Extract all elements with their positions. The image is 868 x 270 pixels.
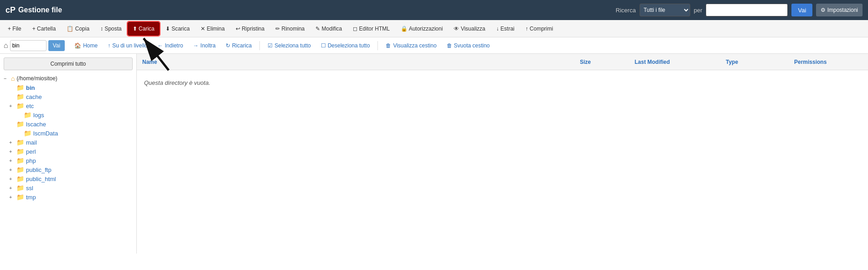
folder-icon-bin: 📁 (16, 84, 24, 91)
col-permissions[interactable]: Permissions (794, 59, 863, 65)
tree-root-toggle: − (4, 76, 9, 81)
tree-link-lscmdata[interactable]: lscmData (33, 130, 58, 137)
tree-link-bin[interactable]: bin (26, 84, 35, 91)
folder-icon-tmp: 📁 (16, 193, 24, 201)
select-all-button[interactable]: ☑ Seleziona tutto (264, 39, 315, 52)
toggle-public-html: + (9, 176, 15, 182)
empty-directory-message: Questa directory è vuota. (137, 70, 868, 95)
tree-link-public-html[interactable]: public_html (26, 176, 56, 182)
search-select[interactable]: Tutti i file Solo nome file Solo contenu… (640, 4, 690, 16)
view-trash-button[interactable]: 🗑 Visualizza cestino (382, 39, 440, 52)
forward-button[interactable]: → Inoltra (189, 39, 220, 52)
deselect-all-button[interactable]: ☐ Deseleziona tutto (317, 39, 374, 52)
delete-button[interactable]: ✕ Elimina (196, 22, 230, 36)
tree-item-etc[interactable]: + 📁 etc (0, 101, 136, 110)
copy-button[interactable]: 📋 Copia (62, 22, 94, 36)
folder-icon-php: 📁 (16, 157, 24, 164)
top-bar-right: Ricerca Tutti i file Solo nome file Solo… (616, 4, 863, 16)
tree-link-ssl[interactable]: ssl (26, 185, 33, 192)
cp-logo: cP (5, 5, 16, 15)
search-vai-button[interactable]: Vai (791, 4, 812, 16)
tree-item-bin[interactable]: 📁 bin (0, 83, 136, 92)
tree-root[interactable]: − ⌂ (/home/miositoe) (0, 74, 136, 83)
tree-link-lscache[interactable]: lscache (26, 121, 46, 128)
permissions-button[interactable]: 🔒 Autorizzazioni (396, 22, 448, 36)
edit-button[interactable]: ✎ Modifica (310, 22, 347, 36)
col-modified[interactable]: Last Modified (635, 59, 726, 65)
upload-button[interactable]: ⬆ Carica (128, 22, 160, 36)
download-button[interactable]: ⬇ Scarica (160, 22, 195, 36)
search-label: Ricerca (616, 7, 636, 14)
home-path-icon: ⌂ (4, 42, 8, 50)
new-folder-button[interactable]: + Cartella (27, 22, 61, 36)
tree-item-lscmdata[interactable]: 📁 lscmData (0, 129, 136, 138)
folder-icon-mail: 📁 (16, 139, 24, 146)
collapse-all-button[interactable]: Comprimi tutto (4, 57, 133, 70)
folder-icon-ssl: 📁 (16, 184, 24, 192)
new-file-button[interactable]: + File (3, 22, 26, 36)
nav-separator-1 (259, 41, 260, 50)
tree-item-perl[interactable]: + 📁 perl (0, 147, 136, 156)
toggle-etc: + (9, 103, 15, 109)
toggle-perl: + (9, 149, 15, 154)
compress-button[interactable]: ↑ Comprimi (520, 22, 558, 36)
toggle-php: + (9, 158, 15, 163)
rename-button[interactable]: ✏ Rinomina (270, 22, 310, 36)
tree-item-tmp[interactable]: + 📁 tmp (0, 192, 136, 202)
tree-item-lscache[interactable]: 📁 lscache (0, 119, 136, 129)
view-button[interactable]: 👁 Visualizza (449, 22, 490, 36)
tree-item-php[interactable]: + 📁 php (0, 156, 136, 165)
toolbar: + File + Cartella 📋 Copia ↕ Sposta ⬆ Car… (0, 20, 868, 37)
nav-bar: ⌂ Vai 🏠 Home ↑ Su di un livello ← Indiet… (0, 37, 868, 54)
search-input[interactable] (706, 4, 788, 16)
html-editor-button[interactable]: ◻ Editor HTML (348, 22, 395, 36)
col-type[interactable]: Type (726, 59, 794, 65)
file-tree-sidebar: Comprimi tutto − ⌂ (/home/miositoe) 📁 bi… (0, 54, 137, 254)
tree-item-mail[interactable]: + 📁 mail (0, 138, 136, 147)
toggle-mail: + (9, 140, 15, 145)
folder-icon-logs: 📁 (24, 111, 31, 119)
folder-icon-public-html: 📁 (16, 175, 24, 182)
path-input[interactable] (10, 40, 46, 51)
toggle-ssl: + (9, 185, 15, 191)
nav-path-container: ⌂ Vai (4, 40, 65, 51)
move-button[interactable]: ↕ Sposta (95, 22, 127, 36)
tree-link-logs[interactable]: logs (33, 112, 44, 119)
file-table-header: Name Size Last Modified Type Permissions (137, 54, 868, 70)
home-button[interactable]: 🏠 Home (70, 39, 102, 52)
tree-link-tmp[interactable]: tmp (26, 194, 36, 201)
nav-separator-2 (377, 41, 378, 50)
up-level-button[interactable]: ↑ Su di un livello (103, 39, 151, 52)
tree-link-public-ftp[interactable]: public_ftp (26, 166, 52, 173)
col-size[interactable]: Size (580, 59, 635, 65)
tree-item-logs[interactable]: 📁 logs (0, 110, 136, 119)
restore-button[interactable]: ↩ Ripristina (231, 22, 269, 36)
folder-icon-lscache: 📁 (16, 120, 24, 128)
tree-item-cache[interactable]: 📁 cache (0, 92, 136, 101)
settings-button[interactable]: ⚙ Impostazioni (816, 4, 863, 16)
per-label: per (694, 7, 703, 14)
path-vai-button[interactable]: Vai (48, 40, 65, 51)
reload-button[interactable]: ↻ Ricarica (222, 39, 256, 52)
tree-link-mail[interactable]: mail (26, 139, 37, 146)
extract-button[interactable]: ↓ Estrai (491, 22, 519, 36)
tree-item-public-ftp[interactable]: + 📁 public_ftp (0, 165, 136, 174)
toggle-tmp: + (9, 194, 15, 200)
back-button[interactable]: ← Indietro (154, 39, 187, 52)
tree-link-php[interactable]: php (26, 157, 36, 164)
col-name[interactable]: Name (142, 59, 580, 65)
tree-link-cache[interactable]: cache (26, 93, 42, 100)
toggle-public-ftp: + (9, 167, 15, 172)
top-header-bar: cP Gestione file Ricerca Tutti i file So… (0, 0, 868, 20)
tree-link-etc[interactable]: etc (26, 103, 34, 109)
tree-item-ssl[interactable]: + 📁 ssl (0, 183, 136, 192)
folder-icon-perl: 📁 (16, 148, 24, 155)
home-icon: ⌂ (11, 75, 15, 82)
folder-icon-public-ftp: 📁 (16, 166, 24, 173)
tree-item-public-html[interactable]: + 📁 public_html (0, 174, 136, 183)
tree-link-perl[interactable]: perl (26, 148, 36, 155)
folder-icon-lscmdata: 📁 (24, 130, 31, 137)
app-title: cP Gestione file (5, 5, 62, 15)
main-layout: Comprimi tutto − ⌂ (/home/miositoe) 📁 bi… (0, 54, 868, 254)
empty-trash-button[interactable]: 🗑 Svuota cestino (443, 39, 494, 52)
